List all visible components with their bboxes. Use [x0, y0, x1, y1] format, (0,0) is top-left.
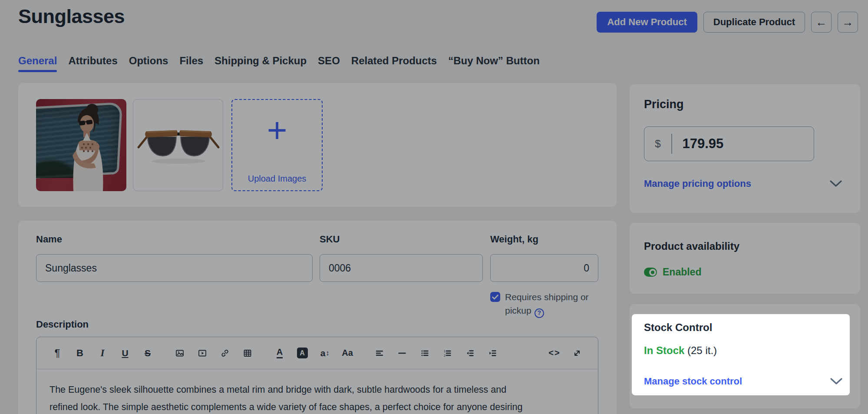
sunglasses-illustration: [133, 99, 223, 191]
weight-input[interactable]: [490, 254, 598, 282]
weight-field-group: Weight, kg: [490, 234, 598, 282]
tab-files[interactable]: Files: [179, 55, 203, 76]
upload-images-label: Upload Images: [248, 174, 307, 184]
checkmark-icon: [492, 295, 498, 300]
add-new-product-button[interactable]: Add New Product: [597, 12, 697, 33]
name-label: Name: [36, 234, 313, 245]
previous-product-button[interactable]: ←: [811, 12, 832, 33]
description-text[interactable]: The Eugene's sleek silhouette combines a…: [36, 369, 598, 414]
description-editor: ¶BIUSAAa↕Aa12<> The Eugene's sleek silho…: [36, 337, 598, 414]
product-availability-card: Product availability Enabled: [630, 223, 860, 294]
model-figure-illustration: [36, 99, 126, 191]
plus-icon: +: [267, 113, 287, 148]
currency-symbol: $: [644, 138, 671, 150]
chevron-down-icon[interactable]: [830, 180, 842, 187]
arrow-right-icon: →: [842, 16, 854, 29]
availability-title: Product availability: [630, 223, 860, 252]
page-title: Sunglasses: [18, 5, 125, 28]
sidebar: Pricing $ 179.95 Manage pricing options …: [630, 84, 860, 408]
pricing-title: Pricing: [630, 84, 860, 111]
in-stock-badge: In Stock: [644, 344, 684, 356]
toolbar-icon-numbered-list[interactable]: 12: [436, 344, 459, 363]
stock-control-spotlight: Stock Control In Stock (25 it.) Manage s…: [632, 314, 850, 395]
price-value: 179.95: [672, 136, 724, 152]
tab-options[interactable]: Options: [129, 55, 168, 76]
chevron-down-icon[interactable]: [830, 378, 842, 385]
toolbar-icon-code[interactable]: <>: [543, 344, 566, 363]
tab-buy-now-button[interactable]: “Buy Now” Button: [448, 55, 540, 76]
toolbar-icon-italic[interactable]: I: [91, 344, 114, 363]
toolbar-icon-fullscreen[interactable]: [566, 344, 588, 363]
manage-pricing-link[interactable]: Manage pricing options: [644, 178, 751, 189]
toolbar-icon-indent[interactable]: [481, 344, 504, 363]
pricing-link-row: Manage pricing options: [644, 178, 842, 189]
arrow-left-icon: ←: [816, 16, 827, 29]
toolbar-icon-capitalization[interactable]: Aa: [336, 344, 359, 363]
requires-shipping-row: Requires shipping or pickup?: [490, 290, 606, 318]
tab-shipping-pickup[interactable]: Shipping & Pickup: [215, 55, 307, 76]
duplicate-product-button[interactable]: Duplicate Product: [703, 12, 805, 33]
toolbar-icon-text-color[interactable]: A: [268, 344, 291, 363]
header-actions: Add New Product Duplicate Product ← →: [597, 12, 858, 33]
toolbar-icon-horizontal-rule[interactable]: [391, 344, 413, 363]
toolbar-icon-image[interactable]: [168, 344, 191, 363]
stock-quantity: (25 it.): [687, 344, 717, 356]
product-tabs: GeneralAttributesOptionsFilesShipping & …: [18, 55, 540, 76]
tab-related-products[interactable]: Related Products: [351, 55, 437, 76]
description-label: Description: [36, 319, 89, 330]
product-image-model[interactable]: [36, 99, 126, 191]
upload-images-dropzone[interactable]: + Upload Images: [231, 99, 323, 191]
toolbar-icon-link[interactable]: [214, 344, 236, 363]
availability-status: Enabled: [663, 266, 701, 278]
requires-shipping-label: Requires shipping or pickup?: [505, 290, 589, 318]
availability-status-row: Enabled: [644, 266, 701, 278]
stock-control-title: Stock Control: [644, 321, 850, 334]
enabled-toggle-icon[interactable]: [644, 268, 657, 277]
tab-attributes[interactable]: Attributes: [68, 55, 117, 76]
toolbar-icon-font-size[interactable]: a↕: [314, 344, 336, 363]
stock-link-row: Manage stock control: [644, 376, 842, 387]
toolbar-icon-underline[interactable]: U: [114, 344, 136, 363]
product-image-sunglasses[interactable]: [133, 99, 223, 191]
pricing-card: Pricing $ 179.95 Manage pricing options: [630, 84, 860, 213]
next-product-button[interactable]: →: [838, 12, 858, 33]
toolbar-icon-strikethrough[interactable]: S: [136, 344, 159, 363]
tab-seo[interactable]: SEO: [318, 55, 340, 76]
sku-input[interactable]: [320, 254, 483, 282]
toolbar-icon-outdent[interactable]: [459, 344, 481, 363]
toolbar-icon-table[interactable]: [236, 344, 259, 363]
product-editor-page: Sunglasses Add New Product Duplicate Pro…: [0, 0, 868, 414]
stock-control-card: Stock Control In Stock (25 it.) Manage s…: [630, 304, 860, 408]
main-column: + Upload Images Name SKU Weight, kg: [18, 83, 617, 414]
weight-label: Weight, kg: [490, 234, 598, 245]
name-field-group: Name: [36, 234, 313, 282]
requires-shipping-checkbox[interactable]: [490, 292, 500, 302]
product-images-card: + Upload Images: [18, 83, 617, 207]
price-input[interactable]: $ 179.95: [644, 126, 814, 161]
stock-status-row: In Stock (25 it.): [644, 344, 850, 357]
sku-field-group: SKU: [320, 234, 483, 282]
toolbar-icon-paragraph[interactable]: ¶: [46, 344, 69, 363]
tab-general[interactable]: General: [18, 55, 57, 76]
svg-text:1: 1: [444, 349, 446, 353]
editor-toolbar: ¶BIUSAAa↕Aa12<>: [36, 337, 598, 369]
toolbar-icon-bold[interactable]: B: [69, 344, 91, 363]
toolbar-icon-video[interactable]: [191, 344, 214, 363]
manage-stock-link[interactable]: Manage stock control: [644, 376, 742, 387]
sku-label: SKU: [320, 234, 483, 245]
toolbar-icon-align-left[interactable]: [368, 344, 391, 363]
svg-text:2: 2: [444, 353, 446, 357]
product-details-card: Name SKU Weight, kg Requires shipping or…: [18, 221, 617, 414]
toolbar-icon-bullet-list[interactable]: [413, 344, 436, 363]
help-icon[interactable]: ?: [535, 308, 544, 318]
name-input[interactable]: [36, 254, 313, 282]
toolbar-icon-highlight-color[interactable]: A: [291, 344, 314, 363]
